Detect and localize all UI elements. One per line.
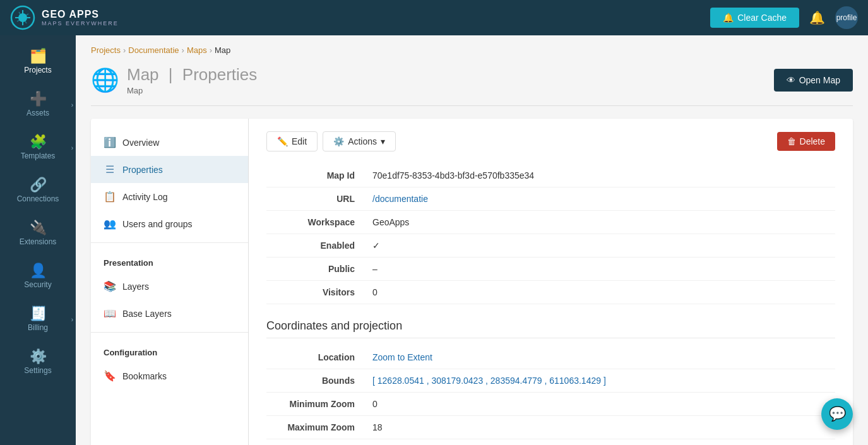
url-link[interactable]: /documentatie: [372, 194, 428, 204]
nav-item-properties[interactable]: ☰ Properties: [91, 156, 248, 183]
public-value: –: [367, 258, 835, 281]
svg-point-1: [18, 13, 27, 22]
nav-users-groups-label: Users and groups: [122, 219, 193, 229]
page-title-sep: |: [169, 65, 173, 84]
map-globe-icon: 🌐: [91, 67, 119, 93]
workspace-label: Workspace: [266, 211, 367, 234]
profile-avatar[interactable]: profile: [835, 6, 858, 29]
edit-button[interactable]: ✏️ Edit: [266, 131, 318, 151]
nav-item-layers[interactable]: 📚 Layers: [91, 273, 248, 300]
coord-row-location: Location Zoom to Extent: [266, 346, 835, 369]
sidebar-item-security-label: Security: [24, 280, 51, 289]
enabled-value: ✓: [367, 234, 835, 258]
breadcrumb: Projects › Documentatie › Maps › Map: [91, 45, 853, 55]
breadcrumb-sep-3: ›: [210, 45, 212, 55]
nav-item-bookmarks[interactable]: 🔖 Bookmarks: [91, 362, 248, 389]
activity-log-icon: 📋: [104, 191, 116, 203]
page-header-left: 🌐 Map | Properties Map: [91, 65, 257, 95]
breadcrumb-documentatie[interactable]: Documentatie: [128, 45, 179, 55]
nav-item-users-groups[interactable]: 👥 Users and groups: [91, 210, 248, 237]
breadcrumb-sep-2: ›: [182, 45, 184, 55]
sidebar-item-security[interactable]: 👤 Security: [0, 255, 76, 298]
chevron-down-icon: ▾: [381, 136, 385, 146]
sidebar-item-assets[interactable]: ➕ Assets ›: [0, 83, 76, 126]
clear-cache-label: Clear Cache: [737, 13, 787, 23]
right-content: ✏️ Edit ⚙️ Actions ▾ 🗑 Delete: [249, 119, 853, 445]
settings-icon: ⚙️: [30, 350, 47, 364]
location-label: Location: [266, 346, 367, 369]
location-link[interactable]: Zoom to Extent: [372, 352, 432, 362]
nav-divider-1: [91, 242, 248, 243]
nav-item-base-layers[interactable]: 📖 Base Layers: [91, 300, 248, 327]
clear-cache-button[interactable]: 🔔 Clear Cache: [710, 8, 799, 28]
sidebar-item-projects-label: Projects: [24, 66, 51, 74]
public-label: Public: [266, 258, 367, 281]
gear-icon: ⚙️: [333, 136, 344, 146]
visitors-label: Visitors: [266, 281, 367, 304]
open-map-label: Open Map: [799, 75, 840, 85]
sidebar-item-templates[interactable]: 🧩 Templates ›: [0, 126, 76, 169]
sidebar-item-billing[interactable]: 🧾 Billing ›: [0, 298, 76, 341]
notification-icon[interactable]: 🔔: [809, 10, 825, 25]
chat-button[interactable]: 💬: [821, 398, 853, 430]
nav-divider-2: [91, 332, 248, 333]
two-column-layout: ℹ️ Overview ☰ Properties 📋 Activity Log …: [91, 119, 853, 445]
coordinates-table: Location Zoom to Extent Bounds [ 12628.0…: [266, 346, 835, 439]
nav-item-activity-log[interactable]: 📋 Activity Log: [91, 183, 248, 210]
prop-row-workspace: Workspace GeoApps: [266, 211, 835, 234]
logo-icon: [10, 5, 35, 30]
sidebar-item-extensions[interactable]: 🔌 Extensions: [0, 212, 76, 255]
page-subtitle: Map: [127, 86, 257, 95]
map-id-label: Map Id: [266, 164, 367, 187]
nav-activity-log-label: Activity Log: [122, 192, 168, 202]
open-map-button[interactable]: 👁 Open Map: [774, 69, 853, 92]
actions-label: Actions: [348, 136, 377, 146]
extensions-icon: 🔌: [30, 221, 47, 235]
logo-title: GEO APPS: [42, 9, 119, 20]
logo: GEO APPS MAPS EVERYWHERE: [10, 5, 119, 30]
navbar: GEO APPS MAPS EVERYWHERE 🔔 Clear Cache 🔔…: [0, 0, 868, 35]
nav-bookmarks-label: Bookmarks: [122, 371, 167, 381]
nav-base-layers-label: Base Layers: [122, 309, 172, 319]
page-header-text: Map | Properties Map: [127, 65, 257, 95]
nav-item-overview[interactable]: ℹ️ Overview: [91, 129, 248, 156]
billing-icon: 🧾: [30, 307, 47, 321]
nav-properties-label: Properties: [122, 165, 163, 175]
prop-row-visitors: Visitors 0: [266, 281, 835, 304]
assets-expand-icon: ›: [71, 102, 73, 109]
prop-row-public: Public –: [266, 258, 835, 281]
location-value: Zoom to Extent: [367, 346, 835, 369]
base-layers-icon: 📖: [104, 307, 116, 319]
nav-overview-label: Overview: [122, 138, 159, 148]
sidebar: 🗂️ Projects ➕ Assets › 🧩 Templates › 🔗 C…: [0, 35, 76, 445]
actions-button[interactable]: ⚙️ Actions ▾: [323, 131, 396, 151]
prop-row-url: URL /documentatie: [266, 187, 835, 211]
max-zoom-value: 18: [367, 416, 835, 439]
bounds-link[interactable]: [ 12628.0541 , 308179.0423 , 283594.4779…: [372, 376, 606, 386]
billing-expand-icon: ›: [71, 316, 73, 323]
sidebar-item-connections[interactable]: 🔗 Connections: [0, 169, 76, 212]
page-title: Map | Properties: [127, 65, 257, 85]
properties-table: Map Id 70e1df75-8353-4bd3-bf3d-e570fb335…: [266, 164, 835, 304]
page-title-map: Map: [127, 65, 159, 84]
sidebar-item-settings[interactable]: ⚙️ Settings: [0, 341, 76, 384]
sidebar-item-assets-label: Assets: [27, 109, 49, 117]
edit-label: Edit: [292, 136, 307, 146]
coord-row-min-zoom: Minimum Zoom 0: [266, 393, 835, 416]
eye-icon: 👁: [787, 75, 795, 85]
max-zoom-label: Maximum Zoom: [266, 416, 367, 439]
sidebar-item-settings-label: Settings: [24, 366, 51, 375]
layers-icon: 📚: [104, 280, 116, 292]
sidebar-item-projects[interactable]: 🗂️ Projects: [0, 40, 76, 83]
delete-button[interactable]: 🗑 Delete: [777, 132, 835, 151]
bounds-label: Bounds: [266, 369, 367, 393]
main-content: Projects › Documentatie › Maps › Map 🌐 M…: [76, 35, 868, 445]
sidebar-item-templates-label: Templates: [21, 151, 56, 160]
nav-layers-label: Layers: [122, 282, 149, 292]
bookmarks-icon: 🔖: [104, 370, 116, 382]
templates-expand-icon: ›: [71, 145, 73, 151]
trash-icon: 🗑: [787, 136, 796, 146]
breadcrumb-maps[interactable]: Maps: [187, 45, 207, 55]
breadcrumb-projects[interactable]: Projects: [91, 45, 121, 55]
enabled-label: Enabled: [266, 234, 367, 258]
